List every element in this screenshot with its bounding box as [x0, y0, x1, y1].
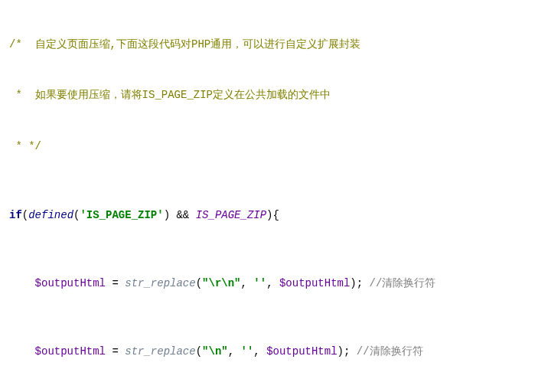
code-line: $outputHtml = str_replace("\r\n", '', $o…: [0, 275, 538, 292]
variable: $outputHtml: [279, 277, 350, 289]
punct: ,: [228, 345, 241, 358]
code-line: * */: [0, 138, 538, 155]
variable: $outputHtml: [266, 345, 337, 358]
punct: =: [106, 345, 125, 358]
constant: IS_PAGE_ZIP: [196, 209, 266, 221]
punct: ){: [266, 209, 279, 221]
string-literal: "\r\n": [202, 277, 240, 289]
punct: ) &&: [164, 209, 196, 221]
comment-text: /* 自定义页面压缩,下面这段代码对PHP通用，可以进行自定义扩展封装: [9, 38, 360, 51]
trailing-comment: //清除换行符: [370, 277, 436, 289]
variable: $outputHtml: [35, 277, 106, 289]
func-str_replace: str_replace: [125, 345, 195, 358]
comment-text: * */: [9, 140, 41, 152]
code-editor: /* 自定义页面压缩,下面这段代码对PHP通用，可以进行自定义扩展封装 * 如果…: [0, 0, 538, 392]
code-line: * 如果要使用压缩，请将IS_PAGE_ZIP定义在公共加载的文件中: [0, 87, 538, 103]
punct: (: [22, 209, 28, 221]
keyword-if: if: [9, 209, 22, 221]
punct: ,: [253, 345, 266, 358]
variable: $outputHtml: [35, 345, 106, 358]
string-literal: '': [241, 345, 254, 358]
string-literal: 'IS_PAGE_ZIP': [80, 209, 163, 221]
func-defined: defined: [28, 209, 73, 221]
punct: =: [106, 277, 125, 289]
punct: (: [196, 345, 202, 358]
punct: );: [337, 345, 357, 358]
comment-text: * 如果要使用压缩，请将IS_PAGE_ZIP定义在公共加载的文件中: [9, 89, 331, 101]
code-line: if(defined('IS_PAGE_ZIP') && IS_PAGE_ZIP…: [0, 207, 538, 224]
punct: );: [350, 277, 369, 289]
punct: (: [196, 277, 202, 289]
string-literal: '': [253, 277, 266, 289]
code-line: $outputHtml = str_replace("\n", '', $out…: [0, 343, 538, 360]
trailing-comment: //清除换行符: [357, 345, 423, 358]
string-literal: "\n": [202, 345, 228, 358]
punct: ,: [266, 277, 279, 289]
func-str_replace: str_replace: [125, 277, 195, 289]
code-line: /* 自定义页面压缩,下面这段代码对PHP通用，可以进行自定义扩展封装: [0, 36, 538, 53]
punct: ,: [241, 277, 254, 289]
